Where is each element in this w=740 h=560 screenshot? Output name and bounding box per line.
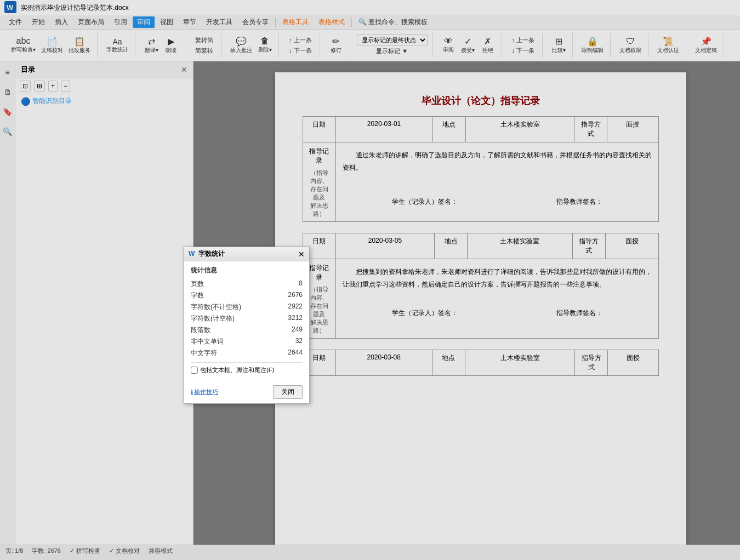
- stat-row-nonch-words: 非中文单词 32: [191, 336, 303, 347]
- stat-label-chars-nospace: 字符数(不计空格): [191, 302, 241, 312]
- stat-value-zh-chars: 2644: [288, 348, 303, 358]
- word-count-dialog: W 字数统计 ✕ 统计信息 页数 8 字数 2676 字符数(不计空格) 292…: [184, 247, 310, 404]
- dialog-title-icon: W: [189, 250, 195, 258]
- stat-label-chars: 字数: [191, 291, 204, 300]
- stat-label-zh-chars: 中文字符: [191, 348, 217, 358]
- include-textbox-checkbox[interactable]: [191, 367, 198, 374]
- stat-value-chars-space: 3212: [288, 314, 303, 323]
- dialog-checkbox-include: 包括文本框、脚注和尾注(F): [191, 366, 303, 374]
- stat-value-pages: 8: [299, 279, 303, 289]
- stat-row-chars-nospace: 字符数(不计空格) 2922: [191, 301, 303, 313]
- dialog-footer: ℹ 操作技巧 关闭: [184, 382, 309, 403]
- stat-row-zh-chars: 中文字符 2644: [191, 347, 303, 359]
- stat-value-chars-nospace: 2922: [288, 302, 303, 312]
- stat-value-nonch-words: 32: [295, 337, 303, 346]
- dialog-tips-link[interactable]: ℹ 操作技巧: [191, 388, 218, 396]
- dialog-title: W 字数统计: [189, 249, 225, 259]
- dialog-body: 统计信息 页数 8 字数 2676 字符数(不计空格) 2922 字符数(计空格…: [184, 261, 309, 382]
- stat-label-nonch-words: 非中文单词: [191, 337, 224, 346]
- stat-row-chars-space: 字符数(计空格) 3212: [191, 313, 303, 324]
- dialog-section-title: 统计信息: [191, 266, 303, 275]
- stat-label-chars-space: 字符数(计空格): [191, 314, 235, 323]
- modal-overlay: [0, 0, 740, 557]
- stat-row-chars: 字数 2676: [191, 290, 303, 301]
- stat-row-pages: 页数 8: [191, 278, 303, 290]
- include-textbox-label: 包括文本框、脚注和尾注(F): [200, 366, 274, 374]
- dialog-title-bar: W 字数统计 ✕: [184, 247, 309, 261]
- stat-label-paragraphs: 段落数: [191, 325, 210, 335]
- stat-label-pages: 页数: [191, 279, 204, 289]
- stat-row-paragraphs: 段落数 249: [191, 324, 303, 336]
- dialog-close-btn[interactable]: ✕: [298, 250, 305, 259]
- dialog-close-button[interactable]: 关闭: [273, 385, 303, 399]
- tips-icon: ℹ: [191, 388, 193, 396]
- stat-value-chars: 2676: [288, 291, 303, 300]
- stat-value-paragraphs: 249: [292, 325, 303, 335]
